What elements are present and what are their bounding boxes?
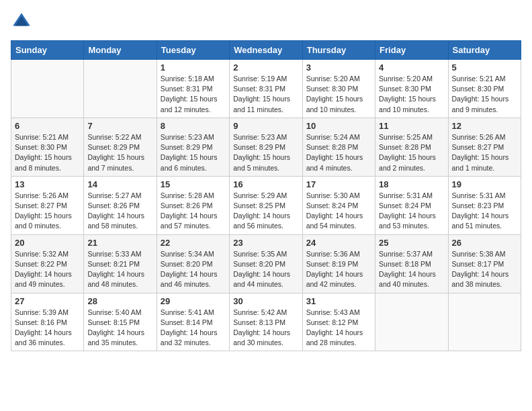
header [11,11,521,32]
day-number: 1 [161,62,226,73]
calendar-cell [375,293,448,351]
calendar-header-saturday: Saturday [448,41,521,60]
day-number: 31 [306,296,371,306]
day-info: Sunrise: 5:23 AM Sunset: 8:29 PM Dayligh… [233,132,298,173]
day-number: 18 [379,179,444,189]
day-info: Sunrise: 5:33 AM Sunset: 8:21 PM Dayligh… [87,249,152,290]
day-number: 5 [452,62,517,73]
calendar-header-friday: Friday [375,41,448,60]
day-info: Sunrise: 5:25 AM Sunset: 8:28 PM Dayligh… [379,132,444,173]
calendar-cell: 24Sunrise: 5:36 AM Sunset: 8:19 PM Dayli… [302,234,375,293]
calendar-cell: 29Sunrise: 5:41 AM Sunset: 8:14 PM Dayli… [157,293,229,351]
calendar-cell: 19Sunrise: 5:31 AM Sunset: 8:23 PM Dayli… [448,176,521,234]
day-info: Sunrise: 5:24 AM Sunset: 8:28 PM Dayligh… [306,132,371,173]
day-info: Sunrise: 5:36 AM Sunset: 8:19 PM Dayligh… [306,249,371,290]
calendar-cell: 16Sunrise: 5:29 AM Sunset: 8:25 PM Dayli… [230,176,302,234]
calendar-cell [11,60,84,118]
day-number: 15 [161,179,226,189]
day-number: 12 [452,121,517,131]
day-number: 4 [379,62,444,73]
day-info: Sunrise: 5:18 AM Sunset: 8:31 PM Dayligh… [161,74,226,115]
calendar-cell: 21Sunrise: 5:33 AM Sunset: 8:21 PM Dayli… [84,234,157,293]
calendar-week-2: 6Sunrise: 5:21 AM Sunset: 8:30 PM Daylig… [11,118,521,176]
day-number: 11 [379,121,444,131]
calendar-cell: 18Sunrise: 5:31 AM Sunset: 8:24 PM Dayli… [375,176,448,234]
day-info: Sunrise: 5:23 AM Sunset: 8:29 PM Dayligh… [161,132,226,173]
day-info: Sunrise: 5:32 AM Sunset: 8:22 PM Dayligh… [15,249,80,290]
day-number: 16 [233,179,298,189]
calendar-cell: 14Sunrise: 5:27 AM Sunset: 8:26 PM Dayli… [84,176,157,234]
day-number: 14 [87,179,152,189]
logo-icon [11,11,32,32]
day-number: 22 [161,238,226,248]
day-info: Sunrise: 5:43 AM Sunset: 8:12 PM Dayligh… [306,308,371,349]
day-info: Sunrise: 5:31 AM Sunset: 8:24 PM Dayligh… [379,191,444,232]
calendar-cell: 27Sunrise: 5:39 AM Sunset: 8:16 PM Dayli… [11,293,84,351]
calendar-week-5: 27Sunrise: 5:39 AM Sunset: 8:16 PM Dayli… [11,293,521,351]
calendar-header-sunday: Sunday [11,41,84,60]
calendar-cell: 9Sunrise: 5:23 AM Sunset: 8:29 PM Daylig… [230,118,302,176]
calendar-cell: 17Sunrise: 5:30 AM Sunset: 8:24 PM Dayli… [302,176,375,234]
calendar-cell: 28Sunrise: 5:40 AM Sunset: 8:15 PM Dayli… [84,293,157,351]
day-number: 20 [15,238,80,248]
day-number: 28 [87,296,152,306]
day-number: 21 [87,238,152,248]
day-number: 10 [306,121,371,131]
day-number: 17 [306,179,371,189]
day-info: Sunrise: 5:42 AM Sunset: 8:13 PM Dayligh… [233,308,298,349]
calendar-cell: 25Sunrise: 5:37 AM Sunset: 8:18 PM Dayli… [375,234,448,293]
calendar-week-1: 1Sunrise: 5:18 AM Sunset: 8:31 PM Daylig… [11,60,521,118]
calendar-cell: 22Sunrise: 5:34 AM Sunset: 8:20 PM Dayli… [157,234,229,293]
day-info: Sunrise: 5:37 AM Sunset: 8:18 PM Dayligh… [379,249,444,290]
day-info: Sunrise: 5:27 AM Sunset: 8:26 PM Dayligh… [87,191,152,232]
day-number: 24 [306,238,371,248]
day-info: Sunrise: 5:35 AM Sunset: 8:20 PM Dayligh… [233,249,298,290]
day-info: Sunrise: 5:31 AM Sunset: 8:23 PM Dayligh… [452,191,517,232]
day-info: Sunrise: 5:28 AM Sunset: 8:26 PM Dayligh… [161,191,226,232]
day-number: 8 [161,121,226,131]
day-number: 2 [233,62,298,73]
calendar: SundayMondayTuesdayWednesdayThursdayFrid… [11,40,521,351]
calendar-cell: 7Sunrise: 5:22 AM Sunset: 8:29 PM Daylig… [84,118,157,176]
day-info: Sunrise: 5:30 AM Sunset: 8:24 PM Dayligh… [306,191,371,232]
day-info: Sunrise: 5:20 AM Sunset: 8:30 PM Dayligh… [306,74,371,115]
day-number: 29 [161,296,226,306]
day-number: 23 [233,238,298,248]
day-info: Sunrise: 5:40 AM Sunset: 8:15 PM Dayligh… [87,308,152,349]
calendar-header-monday: Monday [84,41,157,60]
calendar-cell: 4Sunrise: 5:20 AM Sunset: 8:30 PM Daylig… [375,60,448,118]
calendar-cell [84,60,157,118]
day-number: 6 [15,121,80,131]
calendar-cell: 26Sunrise: 5:38 AM Sunset: 8:17 PM Dayli… [448,234,521,293]
day-info: Sunrise: 5:19 AM Sunset: 8:31 PM Dayligh… [233,74,298,115]
day-number: 19 [452,179,517,189]
day-number: 30 [233,296,298,306]
day-number: 25 [379,238,444,248]
day-info: Sunrise: 5:41 AM Sunset: 8:14 PM Dayligh… [161,308,226,349]
day-info: Sunrise: 5:29 AM Sunset: 8:25 PM Dayligh… [233,191,298,232]
calendar-cell [448,293,521,351]
calendar-cell: 8Sunrise: 5:23 AM Sunset: 8:29 PM Daylig… [157,118,229,176]
calendar-header-wednesday: Wednesday [230,41,302,60]
calendar-cell: 6Sunrise: 5:21 AM Sunset: 8:30 PM Daylig… [11,118,84,176]
calendar-header-thursday: Thursday [302,41,375,60]
day-info: Sunrise: 5:34 AM Sunset: 8:20 PM Dayligh… [161,249,226,290]
calendar-cell: 2Sunrise: 5:19 AM Sunset: 8:31 PM Daylig… [230,60,302,118]
day-number: 26 [452,238,517,248]
calendar-cell: 13Sunrise: 5:26 AM Sunset: 8:27 PM Dayli… [11,176,84,234]
day-info: Sunrise: 5:38 AM Sunset: 8:17 PM Dayligh… [452,249,517,290]
day-info: Sunrise: 5:21 AM Sunset: 8:30 PM Dayligh… [452,74,517,115]
calendar-week-3: 13Sunrise: 5:26 AM Sunset: 8:27 PM Dayli… [11,176,521,234]
day-info: Sunrise: 5:22 AM Sunset: 8:29 PM Dayligh… [87,132,152,173]
day-number: 3 [306,62,371,73]
calendar-cell: 15Sunrise: 5:28 AM Sunset: 8:26 PM Dayli… [157,176,229,234]
calendar-cell: 3Sunrise: 5:20 AM Sunset: 8:30 PM Daylig… [302,60,375,118]
calendar-cell: 11Sunrise: 5:25 AM Sunset: 8:28 PM Dayli… [375,118,448,176]
calendar-cell: 20Sunrise: 5:32 AM Sunset: 8:22 PM Dayli… [11,234,84,293]
day-info: Sunrise: 5:26 AM Sunset: 8:27 PM Dayligh… [15,191,80,232]
day-info: Sunrise: 5:21 AM Sunset: 8:30 PM Dayligh… [15,132,80,173]
calendar-week-4: 20Sunrise: 5:32 AM Sunset: 8:22 PM Dayli… [11,234,521,293]
calendar-cell: 31Sunrise: 5:43 AM Sunset: 8:12 PM Dayli… [302,293,375,351]
day-number: 7 [87,121,152,131]
day-number: 9 [233,121,298,131]
